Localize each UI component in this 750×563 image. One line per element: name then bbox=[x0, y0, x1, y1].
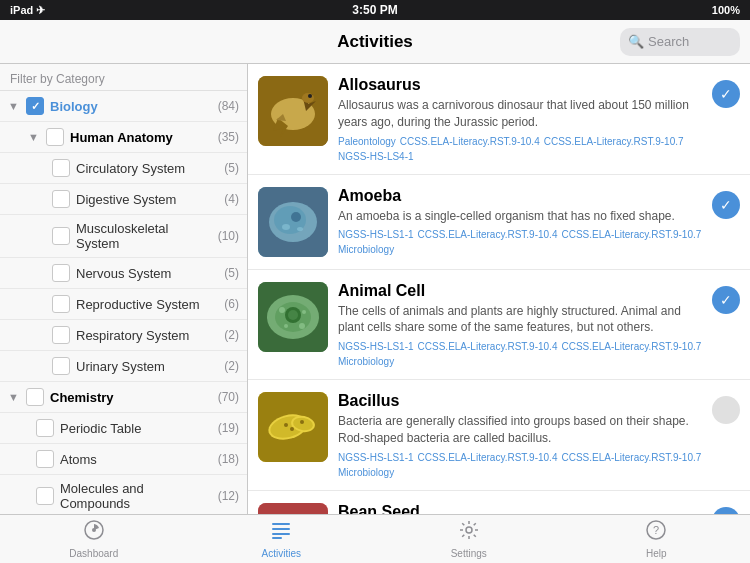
svg-point-27 bbox=[284, 423, 288, 427]
sidebar-count-chemistry: (70) bbox=[218, 390, 239, 404]
tag-rst-104-amoeba: CCSS.ELA-Literacy.RST.9-10.4 bbox=[418, 229, 558, 240]
sidebar-item-nervous[interactable]: Nervous System (5) bbox=[0, 258, 247, 289]
svg-point-19 bbox=[302, 310, 306, 314]
svg-point-11 bbox=[282, 224, 290, 230]
activity-tags-allosaurus: Paleontology CCSS.ELA-Literacy.RST.9-10.… bbox=[338, 136, 702, 162]
status-left: iPad ✈ bbox=[10, 4, 45, 17]
activities-icon bbox=[270, 519, 292, 546]
svg-rect-37 bbox=[272, 528, 290, 530]
tab-settings[interactable]: Settings bbox=[375, 519, 563, 559]
checkbox-periodic[interactable] bbox=[36, 419, 54, 437]
settings-icon bbox=[458, 519, 480, 546]
tag-rst-104: CCSS.ELA-Literacy.RST.9-10.4 bbox=[400, 136, 540, 147]
svg-rect-30 bbox=[258, 503, 328, 514]
sidebar-count-biology: (84) bbox=[218, 99, 239, 113]
activity-thumbnail-allosaurus bbox=[258, 76, 328, 146]
activity-item-animal-cell[interactable]: Animal Cell The cells of animals and pla… bbox=[248, 270, 750, 381]
sidebar-item-reproductive[interactable]: Reproductive System (6) bbox=[0, 289, 247, 320]
checkbox-chemistry[interactable] bbox=[26, 388, 44, 406]
checkbox-biology[interactable] bbox=[26, 97, 44, 115]
activity-check-bean-seed[interactable]: ✓ bbox=[712, 507, 740, 514]
status-time: 3:50 PM bbox=[352, 3, 397, 17]
checkbox-respiratory[interactable] bbox=[52, 326, 70, 344]
expand-arrow-biology: ▼ bbox=[8, 100, 24, 112]
svg-point-3 bbox=[302, 93, 314, 103]
activity-info-animal-cell: Animal Cell The cells of animals and pla… bbox=[338, 282, 702, 368]
main-content: Filter by Category ▼ Biology (84) ▼ Huma… bbox=[0, 64, 750, 514]
checkbox-digestive[interactable] bbox=[52, 190, 70, 208]
sidebar-item-chemistry[interactable]: ▼ Chemistry (70) bbox=[0, 382, 247, 413]
activity-item-bean-seed[interactable]: Bean Seed Seeds are the result of sexual… bbox=[248, 491, 750, 514]
svg-point-10 bbox=[291, 212, 301, 222]
activity-title-bacillus: Bacillus bbox=[338, 392, 702, 410]
sidebar-count-respiratory: (2) bbox=[224, 328, 239, 342]
sidebar-item-periodic[interactable]: Periodic Table (19) bbox=[0, 413, 247, 444]
sidebar-count-digestive: (4) bbox=[224, 192, 239, 206]
sidebar-count-musculoskeletal: (10) bbox=[218, 229, 239, 243]
sidebar-count-nervous: (5) bbox=[224, 266, 239, 280]
tag-microbiology-amoeba: Microbiology bbox=[338, 244, 394, 255]
activity-info-bacillus: Bacillus Bacteria are generally classifi… bbox=[338, 392, 702, 478]
sidebar-label-atoms: Atoms bbox=[60, 452, 214, 467]
tab-activities[interactable]: Activities bbox=[188, 519, 376, 559]
sidebar-item-digestive[interactable]: Digestive System (4) bbox=[0, 184, 247, 215]
sidebar-item-circulatory[interactable]: Circulatory System (5) bbox=[0, 153, 247, 184]
activity-item-bacillus[interactable]: Bacillus Bacteria are generally classifi… bbox=[248, 380, 750, 491]
status-right: 100% bbox=[712, 4, 740, 16]
checkbox-urinary[interactable] bbox=[52, 357, 70, 375]
sidebar-item-human-anatomy[interactable]: ▼ Human Anatomy (35) bbox=[0, 122, 247, 153]
svg-rect-39 bbox=[272, 537, 282, 539]
activity-info-amoeba: Amoeba An amoeba is a single-celled orga… bbox=[338, 187, 702, 256]
sidebar-label-circulatory: Circulatory System bbox=[76, 161, 220, 176]
sidebar-count-periodic: (19) bbox=[218, 421, 239, 435]
svg-point-17 bbox=[288, 310, 298, 320]
checkbox-reproductive[interactable] bbox=[52, 295, 70, 313]
sidebar-count-circulatory: (5) bbox=[224, 161, 239, 175]
activity-item-amoeba[interactable]: Amoeba An amoeba is a single-celled orga… bbox=[248, 175, 750, 270]
activity-check-allosaurus[interactable]: ✓ bbox=[712, 80, 740, 108]
expand-arrow-chemistry: ▼ bbox=[8, 391, 24, 403]
nav-title: Activities bbox=[337, 32, 413, 52]
nav-bar: Activities 🔍 Search bbox=[0, 20, 750, 64]
sidebar-label-human-anatomy: Human Anatomy bbox=[70, 130, 214, 145]
activity-title-amoeba: Amoeba bbox=[338, 187, 702, 205]
sidebar-item-musculoskeletal[interactable]: Musculoskeletal System (10) bbox=[0, 215, 247, 258]
sidebar-label-digestive: Digestive System bbox=[76, 192, 220, 207]
sidebar-item-biology[interactable]: ▼ Biology (84) bbox=[0, 91, 247, 122]
activity-check-animal-cell[interactable]: ✓ bbox=[712, 286, 740, 314]
svg-point-35 bbox=[92, 528, 96, 532]
checkbox-molecules[interactable] bbox=[36, 487, 54, 505]
checkbox-musculoskeletal[interactable] bbox=[52, 227, 70, 245]
search-box[interactable]: 🔍 Search bbox=[620, 28, 740, 56]
sidebar-count-urinary: (2) bbox=[224, 359, 239, 373]
sidebar-item-atoms[interactable]: Atoms (18) bbox=[0, 444, 247, 475]
tab-dashboard[interactable]: Dashboard bbox=[0, 519, 188, 559]
activity-title-allosaurus: Allosaurus bbox=[338, 76, 702, 94]
checkbox-circulatory[interactable] bbox=[52, 159, 70, 177]
checkbox-nervous[interactable] bbox=[52, 264, 70, 282]
checkbox-atoms[interactable] bbox=[36, 450, 54, 468]
sidebar-item-respiratory[interactable]: Respiratory System (2) bbox=[0, 320, 247, 351]
sidebar: Filter by Category ▼ Biology (84) ▼ Huma… bbox=[0, 64, 248, 514]
tab-bar: Dashboard Activities Settings ? bbox=[0, 514, 750, 563]
status-bar: iPad ✈ 3:50 PM 100% bbox=[0, 0, 750, 20]
activity-tags-bacillus: NGSS-HS-LS1-1 CCSS.ELA-Literacy.RST.9-10… bbox=[338, 452, 702, 478]
activity-check-amoeba[interactable]: ✓ bbox=[712, 191, 740, 219]
svg-point-28 bbox=[290, 427, 294, 431]
sidebar-label-urinary: Urinary System bbox=[76, 359, 220, 374]
checkbox-human-anatomy[interactable] bbox=[46, 128, 64, 146]
svg-point-20 bbox=[284, 324, 288, 328]
sidebar-item-urinary[interactable]: Urinary System (2) bbox=[0, 351, 247, 382]
activity-thumbnail-amoeba bbox=[258, 187, 328, 257]
dashboard-icon bbox=[83, 519, 105, 546]
activity-info-allosaurus: Allosaurus Allosaurus was a carnivorous … bbox=[338, 76, 702, 162]
svg-point-29 bbox=[300, 420, 304, 424]
tab-help[interactable]: ? Help bbox=[563, 519, 751, 559]
help-icon: ? bbox=[645, 519, 667, 546]
svg-point-40 bbox=[466, 527, 472, 533]
sidebar-count-reproductive: (6) bbox=[224, 297, 239, 311]
sidebar-label-periodic: Periodic Table bbox=[60, 421, 214, 436]
activity-item-allosaurus[interactable]: Allosaurus Allosaurus was a carnivorous … bbox=[248, 64, 750, 175]
activity-check-bacillus[interactable] bbox=[712, 396, 740, 424]
sidebar-item-molecules[interactable]: Molecules and Compounds (12) bbox=[0, 475, 247, 514]
